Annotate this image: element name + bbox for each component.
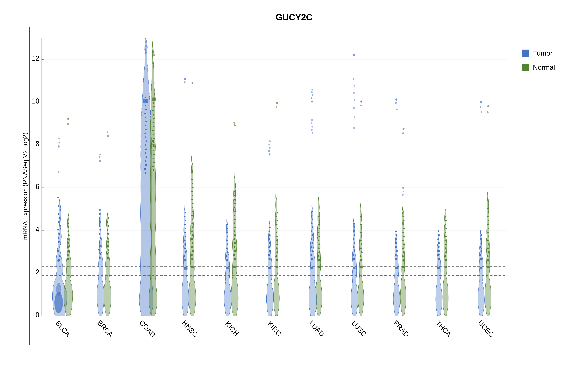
svg-point-167 (191, 222, 193, 224)
svg-point-242 (276, 102, 278, 104)
svg-point-206 (234, 203, 236, 204)
svg-point-264 (311, 123, 312, 124)
svg-point-127 (153, 138, 155, 139)
svg-point-364 (446, 228, 447, 229)
svg-point-393 (488, 212, 489, 213)
svg-rect-380 (480, 267, 482, 269)
svg-point-169 (191, 215, 193, 216)
svg-point-84 (107, 241, 109, 243)
svg-point-262 (311, 89, 313, 91)
svg-text:COAD: COAD (138, 318, 157, 339)
svg-point-171 (192, 207, 193, 208)
svg-point-239 (277, 220, 278, 221)
svg-point-359 (445, 248, 446, 249)
svg-point-371 (480, 250, 482, 252)
svg-point-196 (234, 242, 236, 244)
svg-point-294 (353, 78, 355, 80)
svg-point-87 (107, 229, 108, 231)
svg-point-95 (145, 172, 147, 174)
svg-point-80 (107, 256, 109, 259)
svg-point-112 (145, 105, 146, 106)
svg-point-229 (276, 259, 278, 261)
svg-point-145 (184, 248, 186, 249)
svg-point-162 (192, 242, 194, 244)
svg-rect-228 (268, 267, 271, 269)
svg-point-116 (144, 48, 146, 50)
svg-text:12: 12 (32, 54, 39, 62)
svg-text:LUAD: LUAD (308, 319, 326, 338)
svg-point-147 (184, 240, 186, 241)
svg-point-204 (234, 210, 236, 212)
svg-point-158 (191, 258, 194, 260)
svg-point-161 (191, 246, 193, 248)
svg-point-216 (268, 246, 270, 248)
svg-point-160 (192, 250, 194, 252)
svg-point-186 (226, 240, 228, 241)
svg-point-227 (269, 140, 271, 142)
svg-point-369 (480, 258, 482, 260)
svg-rect-343 (402, 266, 405, 268)
svg-point-149 (184, 232, 186, 233)
svg-point-69 (99, 237, 101, 239)
svg-point-292 (353, 222, 355, 224)
svg-point-254 (311, 222, 313, 224)
svg-point-338 (403, 224, 404, 225)
legend-tumor-color (522, 50, 529, 57)
svg-point-156 (184, 78, 186, 80)
svg-point-329 (402, 259, 405, 261)
svg-point-367 (445, 216, 446, 217)
svg-point-163 (191, 238, 193, 240)
svg-point-211 (233, 122, 235, 124)
svg-point-46 (58, 145, 60, 148)
svg-point-208 (234, 195, 236, 196)
svg-point-280 (318, 216, 320, 217)
svg-point-274 (318, 240, 320, 241)
svg-text:PRAD: PRAD (392, 318, 410, 339)
svg-point-90 (107, 217, 109, 219)
svg-point-182 (225, 255, 227, 257)
svg-point-354 (438, 230, 439, 232)
svg-point-215 (269, 250, 271, 252)
legend-normal-label: Normal (533, 63, 555, 71)
chart-area: mRNA Expression (RNASeq V2, log2) (18, 27, 570, 345)
svg-point-304 (361, 251, 363, 253)
svg-point-146 (184, 243, 186, 245)
svg-point-131 (153, 122, 154, 124)
svg-point-326 (395, 102, 397, 104)
svg-text:10: 10 (32, 97, 39, 105)
svg-point-52 (68, 250, 70, 252)
svg-point-305 (360, 248, 362, 249)
svg-point-238 (276, 224, 277, 225)
svg-point-153 (184, 216, 186, 217)
svg-point-120 (152, 165, 154, 167)
svg-point-55 (67, 238, 69, 240)
svg-point-310 (361, 228, 362, 229)
svg-point-358 (445, 251, 447, 253)
svg-point-185 (227, 243, 228, 245)
svg-rect-191 (226, 267, 229, 269)
svg-point-108 (145, 120, 147, 122)
svg-point-122 (153, 158, 154, 159)
svg-point-232 (276, 248, 277, 249)
svg-point-321 (396, 242, 398, 244)
svg-point-49 (58, 171, 60, 173)
svg-text:HNSC: HNSC (181, 318, 199, 339)
svg-point-77 (99, 160, 101, 162)
svg-point-106 (145, 128, 147, 130)
svg-point-172 (192, 203, 194, 204)
svg-point-293 (353, 54, 355, 56)
svg-point-181 (226, 259, 228, 261)
svg-point-373 (480, 242, 482, 244)
svg-point-352 (437, 238, 439, 240)
svg-point-390 (487, 224, 489, 225)
svg-text:BLCA: BLCA (54, 319, 72, 338)
svg-point-57 (68, 230, 69, 232)
svg-text:0: 0 (36, 311, 39, 319)
svg-point-85 (107, 237, 108, 239)
svg-point-144 (185, 251, 187, 253)
svg-point-276 (318, 232, 320, 233)
svg-point-96 (144, 168, 146, 170)
svg-point-58 (68, 226, 69, 228)
svg-text:KICH: KICH (224, 319, 241, 338)
svg-point-70 (99, 233, 100, 235)
